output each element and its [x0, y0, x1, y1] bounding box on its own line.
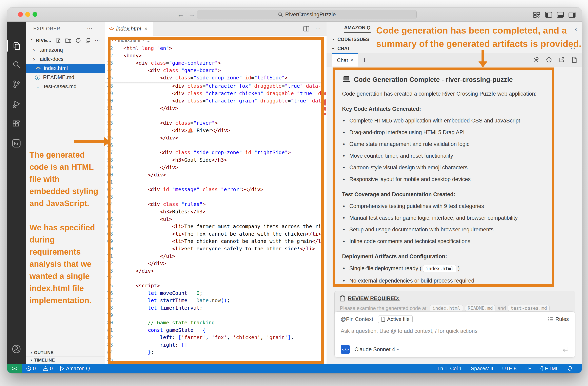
explorer-icon[interactable] — [7, 39, 26, 53]
pin-context-button[interactable]: @Pin Context — [341, 316, 373, 322]
code-line: 79 — [105, 312, 324, 319]
model-icon: </> — [341, 345, 350, 354]
chat-bullet: •Drag-and-drop interface using HTML5 Dra… — [342, 129, 545, 136]
tools-icon[interactable] — [533, 57, 539, 63]
error-circle-icon — [26, 366, 31, 371]
screenshot-root: ← → RiverCrossingPuzzle — [0, 0, 588, 386]
code-line: 74 — [105, 275, 324, 282]
new-file-icon[interactable] — [572, 57, 577, 63]
code-line: 55 </div> — [105, 134, 324, 142]
tab-index-html[interactable]: <> index.html × — [105, 22, 153, 36]
minimize-window-button[interactable] — [25, 12, 30, 17]
amazon-q-icon[interactable] — [7, 136, 26, 150]
project-row[interactable]: › RIVE... ⋯ — [30, 36, 103, 45]
model-selector[interactable]: Claude Sonnet 4 › — [355, 346, 399, 353]
code-area[interactable]: 2<html lang="en">32<body>33 <div class="… — [105, 45, 324, 364]
customize-layout-icon[interactable] — [533, 12, 541, 18]
chat-bullet: •Setup and usage documentation with brow… — [342, 226, 545, 233]
code-line: 85 — [105, 356, 324, 364]
code-line: 44 <div class="game-board"> — [105, 67, 324, 74]
chat-tab[interactable]: Chat × — [332, 53, 358, 66]
toggle-sidebar-icon[interactable] — [545, 12, 552, 18]
panel-title[interactable]: AMAZON Q — [344, 25, 371, 33]
close-tab-icon[interactable]: × — [144, 25, 147, 32]
file-row-aidlc-docs[interactable]: ›aidlc-docs — [26, 55, 105, 64]
explorer-more-icon[interactable]: ⋯ — [87, 25, 93, 32]
code-line: 45 <div class="side drop-zone" id="leftS… — [105, 74, 324, 82]
back-button[interactable]: ← — [177, 10, 184, 18]
status-item[interactable]: Spaces: 4 — [471, 365, 493, 371]
info-icon: i — [35, 75, 40, 80]
code-line: 78 let timerInterval; — [105, 304, 324, 312]
new-chat-tab-icon[interactable]: + — [362, 56, 367, 64]
overview-ruler-mark — [324, 92, 326, 95]
breadcrumb[interactable]: <> index.html › ... — [105, 36, 327, 45]
run-debug-icon[interactable] — [7, 97, 26, 111]
code-line: 60 </div> — [105, 171, 324, 179]
chat-input[interactable]: Ask a question. Use @ to add context, / … — [341, 328, 569, 334]
extensions-icon[interactable] — [7, 117, 26, 131]
forward-button[interactable]: → — [188, 10, 195, 18]
chat-bullet: •Game state management and rule validati… — [342, 141, 545, 147]
split-editor-icon[interactable] — [303, 26, 310, 32]
toggle-secondary-sidebar-icon[interactable] — [568, 12, 576, 18]
overview-ruler-mark — [324, 99, 326, 106]
code-line: 61 — [105, 179, 324, 186]
explorer-title: EXPLORER — [33, 26, 60, 32]
chevron-down-icon: › — [331, 46, 336, 51]
inline-code-chip: test-cases.md — [508, 305, 550, 311]
close-window-button[interactable] — [18, 12, 23, 17]
command-center-search[interactable]: RiverCrossingPuzzle — [197, 10, 417, 20]
chat-body: Code Generation Complete - river-crossin… — [327, 66, 582, 364]
status-item[interactable]: {} HTML — [540, 365, 559, 371]
export-icon[interactable] — [559, 57, 565, 63]
active-file-chip[interactable]: Active file — [378, 315, 413, 323]
file-row-test-cases-md[interactable]: ↓test-cases.md — [26, 82, 105, 91]
source-control-icon[interactable] — [7, 77, 26, 91]
accounts-icon[interactable] — [7, 342, 26, 356]
history-icon[interactable] — [546, 57, 552, 63]
status-item[interactable]: Ln 1, Col 1 — [438, 365, 462, 371]
code-line: 57 <div class="side drop-zone" id="right… — [105, 149, 324, 156]
more-actions-icon[interactable]: ⋯ — [95, 37, 100, 44]
status-item-play[interactable]: Amazon Q — [60, 365, 90, 371]
rules-button[interactable]: Rules — [548, 316, 569, 322]
send-return-icon[interactable] — [562, 347, 569, 352]
timeline-section[interactable]: ›TIMELINE — [26, 356, 105, 364]
file-label: test-cases.md — [44, 83, 77, 89]
zoom-window-button[interactable] — [33, 12, 37, 17]
file-row--amazonq[interactable]: ›.amazonq — [26, 45, 105, 55]
status-item-warning-triangle[interactable]: 0 — [43, 365, 53, 371]
notifications-bell-icon[interactable] — [567, 366, 573, 371]
editor-group: <> index.html × ⋯ <> index.html › ... 2<… — [105, 22, 327, 364]
annotation-top: Code generation has been completed, and … — [376, 24, 581, 50]
search-sidebar-icon[interactable] — [7, 57, 26, 72]
refresh-icon[interactable] — [75, 38, 81, 43]
collapse-folders-icon[interactable] — [85, 38, 91, 43]
breadcrumb-file: index.html — [118, 37, 140, 43]
chevron-right-icon: › — [31, 56, 37, 62]
chat-bullet: •Inline code comments and technical spec… — [342, 238, 545, 245]
new-folder-icon[interactable] — [65, 38, 71, 43]
chat-sections: Key Code Artifacts Generated:•Complete H… — [342, 106, 545, 287]
chat-toolbar — [533, 53, 577, 66]
code-line: 68 <li>The fox cannot be alone with the … — [105, 230, 324, 238]
code-line: 58 <h3>Goal Side</h3> — [105, 156, 324, 164]
status-item[interactable]: LF — [525, 365, 531, 371]
search-icon — [278, 12, 283, 17]
close-chat-tab-icon[interactable]: × — [350, 57, 353, 63]
file-row-readme-md[interactable]: iREADME.md — [26, 73, 105, 82]
status-item[interactable]: UTF-8 — [502, 365, 516, 371]
chat-section-title: Deployment Artifacts and Configuration: — [342, 254, 545, 260]
status-item-error-circle[interactable]: 0 — [26, 365, 36, 371]
editor-more-icon[interactable]: ⋯ — [315, 25, 321, 32]
chat-bullet: •Responsive layout for mobile and deskto… — [342, 176, 545, 182]
toggle-panel-icon[interactable] — [557, 12, 564, 18]
review-body: Please examine the generated code at: in… — [340, 305, 570, 311]
new-file-icon[interactable] — [56, 38, 61, 43]
remote-indicator[interactable]: >< — [7, 364, 22, 373]
outline-section[interactable]: ›OUTLINE — [26, 349, 105, 356]
clipboard-icon — [340, 296, 345, 301]
file-row-index-html[interactable]: <>index.html — [26, 64, 105, 73]
code-line: 71 </ul> — [105, 253, 324, 260]
